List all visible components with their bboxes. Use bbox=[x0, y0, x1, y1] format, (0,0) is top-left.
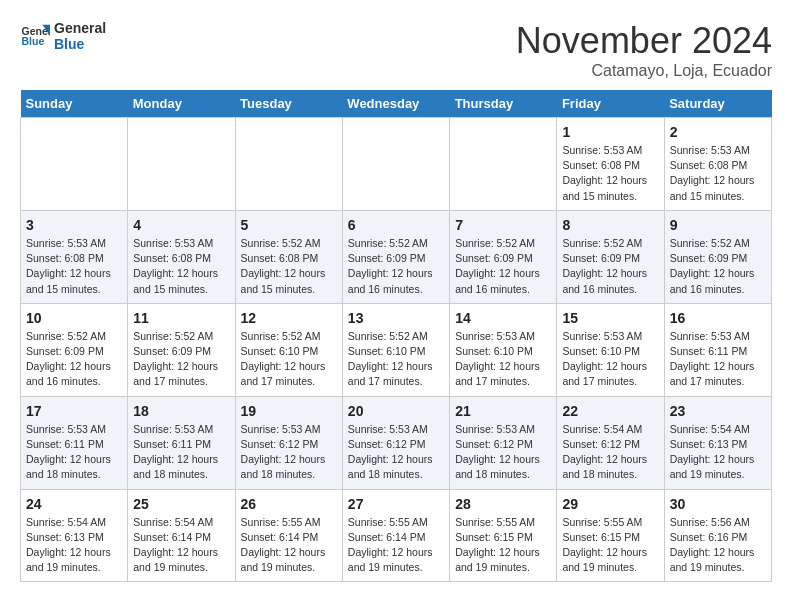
day-cell: 22Sunrise: 5:54 AM Sunset: 6:12 PM Dayli… bbox=[557, 396, 664, 489]
day-number: 7 bbox=[455, 217, 551, 233]
logo-text-blue: Blue bbox=[54, 36, 106, 52]
day-cell: 27Sunrise: 5:55 AM Sunset: 6:14 PM Dayli… bbox=[342, 489, 449, 582]
day-cell: 6Sunrise: 5:52 AM Sunset: 6:09 PM Daylig… bbox=[342, 210, 449, 303]
day-info: Sunrise: 5:52 AM Sunset: 6:10 PM Dayligh… bbox=[241, 329, 337, 390]
day-number: 9 bbox=[670, 217, 766, 233]
day-number: 11 bbox=[133, 310, 229, 326]
day-number: 15 bbox=[562, 310, 658, 326]
logo-icon: General Blue bbox=[20, 21, 50, 51]
day-cell: 29Sunrise: 5:55 AM Sunset: 6:15 PM Dayli… bbox=[557, 489, 664, 582]
day-number: 20 bbox=[348, 403, 444, 419]
day-cell: 10Sunrise: 5:52 AM Sunset: 6:09 PM Dayli… bbox=[21, 303, 128, 396]
calendar-table: SundayMondayTuesdayWednesdayThursdayFrid… bbox=[20, 90, 772, 582]
day-cell: 24Sunrise: 5:54 AM Sunset: 6:13 PM Dayli… bbox=[21, 489, 128, 582]
day-info: Sunrise: 5:52 AM Sunset: 6:09 PM Dayligh… bbox=[455, 236, 551, 297]
day-number: 24 bbox=[26, 496, 122, 512]
day-cell bbox=[21, 118, 128, 211]
week-row-4: 17Sunrise: 5:53 AM Sunset: 6:11 PM Dayli… bbox=[21, 396, 772, 489]
day-number: 26 bbox=[241, 496, 337, 512]
day-info: Sunrise: 5:53 AM Sunset: 6:08 PM Dayligh… bbox=[670, 143, 766, 204]
weekday-header-sunday: Sunday bbox=[21, 90, 128, 118]
day-number: 10 bbox=[26, 310, 122, 326]
day-number: 25 bbox=[133, 496, 229, 512]
day-cell: 23Sunrise: 5:54 AM Sunset: 6:13 PM Dayli… bbox=[664, 396, 771, 489]
day-cell bbox=[235, 118, 342, 211]
day-cell: 15Sunrise: 5:53 AM Sunset: 6:10 PM Dayli… bbox=[557, 303, 664, 396]
title-block: November 2024 Catamayo, Loja, Ecuador bbox=[516, 20, 772, 80]
location-subtitle: Catamayo, Loja, Ecuador bbox=[516, 62, 772, 80]
page-header: General Blue General Blue November 2024 … bbox=[20, 20, 772, 80]
day-number: 6 bbox=[348, 217, 444, 233]
day-cell: 7Sunrise: 5:52 AM Sunset: 6:09 PM Daylig… bbox=[450, 210, 557, 303]
weekday-header-thursday: Thursday bbox=[450, 90, 557, 118]
day-info: Sunrise: 5:53 AM Sunset: 6:12 PM Dayligh… bbox=[241, 422, 337, 483]
day-number: 28 bbox=[455, 496, 551, 512]
day-cell bbox=[450, 118, 557, 211]
day-cell: 8Sunrise: 5:52 AM Sunset: 6:09 PM Daylig… bbox=[557, 210, 664, 303]
svg-text:Blue: Blue bbox=[22, 35, 45, 47]
day-cell: 12Sunrise: 5:52 AM Sunset: 6:10 PM Dayli… bbox=[235, 303, 342, 396]
day-number: 12 bbox=[241, 310, 337, 326]
day-cell bbox=[342, 118, 449, 211]
day-cell: 26Sunrise: 5:55 AM Sunset: 6:14 PM Dayli… bbox=[235, 489, 342, 582]
day-info: Sunrise: 5:54 AM Sunset: 6:13 PM Dayligh… bbox=[26, 515, 122, 576]
day-number: 3 bbox=[26, 217, 122, 233]
day-number: 29 bbox=[562, 496, 658, 512]
day-number: 2 bbox=[670, 124, 766, 140]
day-number: 19 bbox=[241, 403, 337, 419]
day-info: Sunrise: 5:52 AM Sunset: 6:09 PM Dayligh… bbox=[348, 236, 444, 297]
weekday-header-wednesday: Wednesday bbox=[342, 90, 449, 118]
weekday-header-monday: Monday bbox=[128, 90, 235, 118]
week-row-1: 1Sunrise: 5:53 AM Sunset: 6:08 PM Daylig… bbox=[21, 118, 772, 211]
day-cell: 20Sunrise: 5:53 AM Sunset: 6:12 PM Dayli… bbox=[342, 396, 449, 489]
day-info: Sunrise: 5:53 AM Sunset: 6:12 PM Dayligh… bbox=[455, 422, 551, 483]
day-info: Sunrise: 5:53 AM Sunset: 6:12 PM Dayligh… bbox=[348, 422, 444, 483]
day-cell: 28Sunrise: 5:55 AM Sunset: 6:15 PM Dayli… bbox=[450, 489, 557, 582]
weekday-header-row: SundayMondayTuesdayWednesdayThursdayFrid… bbox=[21, 90, 772, 118]
logo-text-general: General bbox=[54, 20, 106, 36]
day-info: Sunrise: 5:56 AM Sunset: 6:16 PM Dayligh… bbox=[670, 515, 766, 576]
day-info: Sunrise: 5:53 AM Sunset: 6:08 PM Dayligh… bbox=[133, 236, 229, 297]
day-info: Sunrise: 5:52 AM Sunset: 6:10 PM Dayligh… bbox=[348, 329, 444, 390]
day-info: Sunrise: 5:54 AM Sunset: 6:13 PM Dayligh… bbox=[670, 422, 766, 483]
day-info: Sunrise: 5:55 AM Sunset: 6:14 PM Dayligh… bbox=[241, 515, 337, 576]
day-info: Sunrise: 5:55 AM Sunset: 6:15 PM Dayligh… bbox=[455, 515, 551, 576]
day-info: Sunrise: 5:53 AM Sunset: 6:11 PM Dayligh… bbox=[26, 422, 122, 483]
day-number: 18 bbox=[133, 403, 229, 419]
weekday-header-tuesday: Tuesday bbox=[235, 90, 342, 118]
day-info: Sunrise: 5:54 AM Sunset: 6:12 PM Dayligh… bbox=[562, 422, 658, 483]
day-number: 21 bbox=[455, 403, 551, 419]
week-row-3: 10Sunrise: 5:52 AM Sunset: 6:09 PM Dayli… bbox=[21, 303, 772, 396]
day-number: 5 bbox=[241, 217, 337, 233]
month-year-title: November 2024 bbox=[516, 20, 772, 62]
day-info: Sunrise: 5:53 AM Sunset: 6:08 PM Dayligh… bbox=[26, 236, 122, 297]
week-row-5: 24Sunrise: 5:54 AM Sunset: 6:13 PM Dayli… bbox=[21, 489, 772, 582]
weekday-header-friday: Friday bbox=[557, 90, 664, 118]
day-info: Sunrise: 5:54 AM Sunset: 6:14 PM Dayligh… bbox=[133, 515, 229, 576]
day-info: Sunrise: 5:53 AM Sunset: 6:10 PM Dayligh… bbox=[455, 329, 551, 390]
day-cell: 21Sunrise: 5:53 AM Sunset: 6:12 PM Dayli… bbox=[450, 396, 557, 489]
day-info: Sunrise: 5:52 AM Sunset: 6:09 PM Dayligh… bbox=[562, 236, 658, 297]
day-cell: 25Sunrise: 5:54 AM Sunset: 6:14 PM Dayli… bbox=[128, 489, 235, 582]
day-number: 4 bbox=[133, 217, 229, 233]
day-number: 14 bbox=[455, 310, 551, 326]
day-cell: 9Sunrise: 5:52 AM Sunset: 6:09 PM Daylig… bbox=[664, 210, 771, 303]
day-cell: 13Sunrise: 5:52 AM Sunset: 6:10 PM Dayli… bbox=[342, 303, 449, 396]
day-cell: 2Sunrise: 5:53 AM Sunset: 6:08 PM Daylig… bbox=[664, 118, 771, 211]
day-cell: 11Sunrise: 5:52 AM Sunset: 6:09 PM Dayli… bbox=[128, 303, 235, 396]
day-info: Sunrise: 5:52 AM Sunset: 6:09 PM Dayligh… bbox=[133, 329, 229, 390]
day-cell: 16Sunrise: 5:53 AM Sunset: 6:11 PM Dayli… bbox=[664, 303, 771, 396]
day-number: 16 bbox=[670, 310, 766, 326]
weekday-header-saturday: Saturday bbox=[664, 90, 771, 118]
day-cell: 4Sunrise: 5:53 AM Sunset: 6:08 PM Daylig… bbox=[128, 210, 235, 303]
day-cell: 1Sunrise: 5:53 AM Sunset: 6:08 PM Daylig… bbox=[557, 118, 664, 211]
day-number: 27 bbox=[348, 496, 444, 512]
day-info: Sunrise: 5:52 AM Sunset: 6:09 PM Dayligh… bbox=[26, 329, 122, 390]
day-cell: 14Sunrise: 5:53 AM Sunset: 6:10 PM Dayli… bbox=[450, 303, 557, 396]
day-number: 13 bbox=[348, 310, 444, 326]
day-number: 22 bbox=[562, 403, 658, 419]
day-cell: 5Sunrise: 5:52 AM Sunset: 6:08 PM Daylig… bbox=[235, 210, 342, 303]
day-info: Sunrise: 5:53 AM Sunset: 6:11 PM Dayligh… bbox=[133, 422, 229, 483]
day-cell: 19Sunrise: 5:53 AM Sunset: 6:12 PM Dayli… bbox=[235, 396, 342, 489]
day-cell: 3Sunrise: 5:53 AM Sunset: 6:08 PM Daylig… bbox=[21, 210, 128, 303]
